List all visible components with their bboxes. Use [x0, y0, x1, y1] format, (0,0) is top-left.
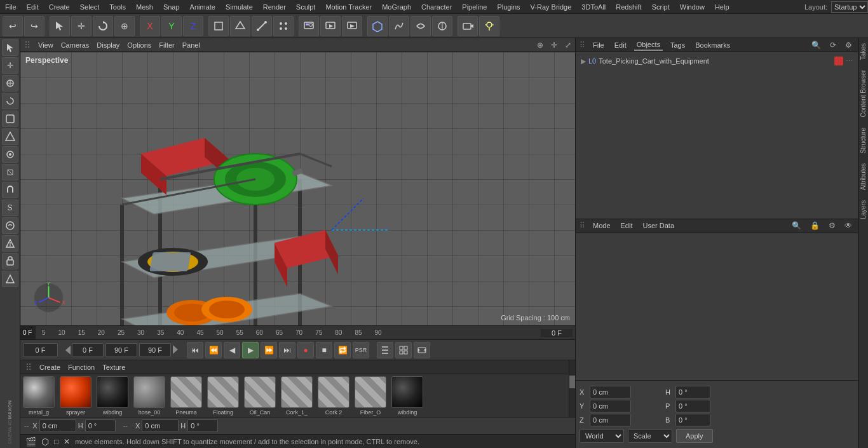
pb-grid-1[interactable] — [377, 342, 393, 358]
viewport-3d[interactable]: Perspective — [20, 52, 575, 325]
timeline-end-field[interactable] — [541, 329, 573, 337]
vp-menu-panel[interactable]: Panel — [182, 41, 200, 49]
render-settings-btn[interactable] — [320, 16, 341, 36]
pb-stop[interactable]: ■ — [316, 342, 332, 358]
mat-item-sprayer[interactable]: sprayer — [58, 376, 93, 416]
tab-attributes[interactable]: Attributes — [858, 158, 868, 195]
light-btn[interactable] — [479, 16, 499, 36]
scale-tool[interactable]: ⊕ — [114, 16, 135, 36]
obj-tab-objects[interactable]: Objects — [634, 39, 663, 51]
status-icon-1[interactable]: ⬡ — [41, 437, 49, 447]
mat-item-cork2[interactable]: Cork 2 — [316, 376, 351, 416]
attr-icon-settings[interactable]: ⚙ — [827, 221, 837, 230]
menu-vray[interactable]: V-Ray Bridge — [526, 2, 577, 12]
attr-icon-eye[interactable]: 👁 — [843, 221, 854, 230]
obj-tab-file[interactable]: File — [590, 40, 607, 50]
menu-mesh[interactable]: Mesh — [131, 2, 158, 12]
left-magnet[interactable] — [2, 182, 18, 198]
mat-scrollbar[interactable] — [569, 360, 575, 417]
status-icon-close[interactable]: ✕ — [64, 437, 70, 446]
obj-row-tote[interactable]: ▶ L0 Tote_Picking_Cart_with_Equipment ⋯ — [578, 55, 855, 67]
edge-mode[interactable] — [252, 16, 272, 36]
menu-tools[interactable]: Tools — [104, 2, 131, 12]
mat-menu-create[interactable]: Create — [39, 363, 60, 371]
obj-dots[interactable]: ⋯ — [846, 57, 853, 65]
menu-snap[interactable]: Snap — [158, 2, 185, 12]
poly-mode[interactable] — [230, 16, 250, 36]
timeline[interactable]: 0 F 5 10 15 20 25 30 35 40 45 50 55 60 6… — [20, 325, 575, 339]
left-scale[interactable] — [2, 75, 18, 92]
pb-film[interactable] — [414, 342, 430, 358]
vp-menu-display[interactable]: Display — [97, 41, 119, 49]
vp-menu-filter[interactable]: Filter — [159, 41, 174, 49]
attr-search-icon[interactable]: 🔍 — [790, 221, 803, 230]
mat-item-fiber[interactable]: Fiber_O — [353, 376, 388, 416]
menu-select[interactable]: Select — [75, 2, 105, 12]
mat-item-metal[interactable]: metal_g — [22, 376, 56, 416]
attr-tab-userdata[interactable]: User Data — [641, 221, 677, 231]
tab-layers[interactable]: Layers — [858, 195, 868, 224]
mat-menu-texture[interactable]: Texture — [102, 363, 125, 371]
left-tool-extra1[interactable] — [2, 235, 18, 252]
pb-prev-frame[interactable]: ⏪ — [205, 342, 222, 358]
tab-content-browser[interactable]: Content Browser — [858, 65, 868, 122]
obj-tab-bookmarks[interactable]: Bookmarks — [693, 40, 733, 50]
layout-selector[interactable]: Startup — [831, 1, 868, 13]
pb-goto-end[interactable]: ⏭ — [279, 342, 295, 358]
obj-icon-2[interactable]: ⚙ — [843, 41, 854, 50]
mat-item-hose[interactable]: hose_00 — [132, 376, 166, 416]
range-start-field[interactable] — [72, 343, 104, 357]
mat-item-wibding2[interactable]: wibding — [390, 376, 424, 416]
z-axis[interactable]: Z — [183, 16, 203, 36]
point-mode[interactable] — [273, 16, 294, 36]
attr-icon-lock[interactable]: 🔒 — [808, 221, 822, 230]
world-dropdown[interactable]: World — [580, 429, 624, 443]
mat-item-cork1[interactable]: Cork_1_ — [280, 376, 314, 416]
menu-sculpt[interactable]: Sculpt — [291, 2, 321, 12]
obj-icon-1[interactable]: ⟳ — [828, 41, 838, 50]
mat-item-wibding1[interactable]: wibding — [95, 376, 130, 416]
left-shape[interactable] — [2, 111, 18, 127]
left-stamp[interactable] — [2, 146, 18, 163]
coord-y-input[interactable] — [590, 400, 631, 412]
menu-render[interactable]: Render — [258, 2, 291, 12]
current-time-field[interactable] — [23, 343, 58, 357]
menu-mograph[interactable]: MoGraph — [377, 2, 416, 12]
left-tool-extra2[interactable] — [2, 253, 18, 269]
h-field[interactable] — [85, 419, 116, 432]
cube-btn[interactable] — [367, 16, 388, 36]
pb-next-frame[interactable]: ⏩ — [261, 342, 277, 358]
left-tool-extra3[interactable] — [2, 271, 18, 287]
attr-tab-edit[interactable]: Edit — [618, 221, 635, 231]
pb-play[interactable]: ▶ — [242, 342, 259, 358]
coord-x-input[interactable] — [590, 386, 631, 398]
menu-character[interactable]: Character — [416, 2, 457, 12]
camera-btn[interactable] — [458, 16, 478, 36]
undo-btn[interactable]: ↩ — [3, 16, 23, 36]
left-smooth[interactable]: S — [2, 200, 18, 216]
redo-btn[interactable]: ↪ — [24, 16, 44, 36]
mat-menu-function[interactable]: Function — [68, 363, 95, 371]
pb-psr[interactable]: PSR — [353, 342, 369, 358]
left-paint[interactable] — [2, 128, 18, 145]
mat-item-pneuma[interactable]: Pneuma — [169, 376, 203, 416]
left-s2[interactable] — [2, 217, 18, 234]
rotate-tool[interactable] — [93, 16, 113, 36]
left-select[interactable] — [2, 39, 18, 56]
left-rotate[interactable] — [2, 93, 18, 109]
coord-h-input[interactable] — [675, 386, 710, 398]
tab-takes[interactable]: Takes — [858, 38, 868, 65]
left-knife[interactable] — [2, 164, 18, 180]
obj-search-icon[interactable]: 🔍 — [810, 41, 823, 50]
range-end-field2[interactable] — [139, 343, 171, 357]
menu-file[interactable]: File — [0, 2, 22, 12]
tab-structure[interactable]: Structure — [858, 123, 868, 159]
y-axis[interactable]: Y — [161, 16, 182, 36]
pb-grid-2[interactable] — [395, 342, 412, 358]
pb-loop[interactable]: 🔁 — [334, 342, 351, 358]
left-move[interactable]: ✛ — [2, 57, 18, 74]
render-view-btn[interactable] — [299, 16, 319, 36]
attr-tab-mode[interactable]: Mode — [590, 221, 613, 231]
menu-create[interactable]: Create — [44, 2, 75, 12]
mat-item-oilcan[interactable]: Oil_Can — [243, 376, 277, 416]
